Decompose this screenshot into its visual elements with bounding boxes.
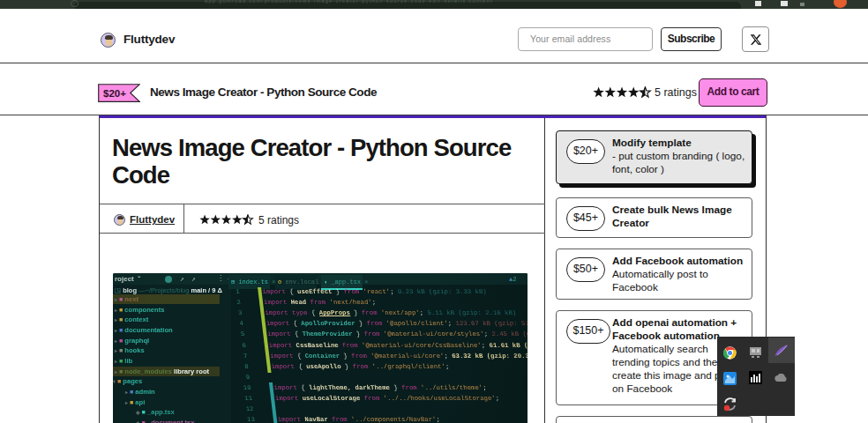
svg-text:$20+: $20+ [103, 88, 126, 99]
